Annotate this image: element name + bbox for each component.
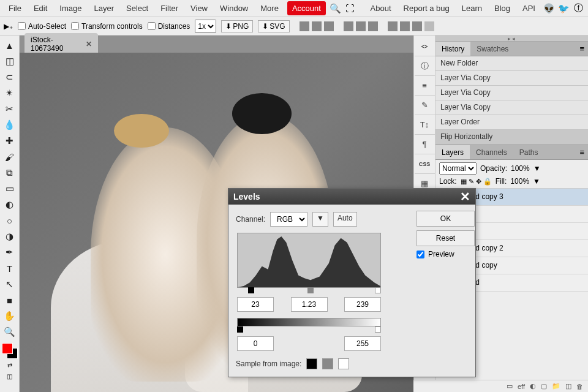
twitter-icon[interactable]: 🐦 [556, 3, 571, 14]
eyedrop-tool[interactable]: 💧 [2, 118, 18, 132]
sample-black-icon[interactable] [306, 358, 317, 369]
menu-file[interactable]: File [2, 1, 28, 15]
channel-dropdown-icon[interactable]: ▼ [312, 212, 328, 227]
brush-panel-icon[interactable]: ✎ [415, 96, 435, 115]
export-png-button[interactable]: ⬇PNG [221, 20, 253, 32]
foreground-color[interactable] [2, 343, 13, 354]
tab-channels[interactable]: Channels [470, 145, 513, 159]
distribute-v-icon[interactable] [400, 21, 410, 31]
status-eff[interactable]: eff [518, 383, 525, 390]
dialog-titlebar[interactable]: Levels ✕ [228, 189, 475, 205]
stamp-tool[interactable]: ⧉ [2, 165, 18, 180]
input-gamma-value[interactable] [291, 297, 328, 312]
dialog-close-icon[interactable]: ✕ [460, 189, 470, 204]
fill-dropdown-icon[interactable]: ▼ [533, 177, 540, 186]
shape-tool[interactable]: ■ [2, 293, 18, 307]
color-swatch[interactable] [2, 343, 18, 359]
sample-gray-icon[interactable] [322, 358, 333, 369]
output-slider[interactable] [237, 326, 381, 334]
input-gamma-handle[interactable] [307, 287, 314, 293]
align-center-v-icon[interactable] [356, 21, 366, 31]
output-black-handle[interactable] [237, 326, 243, 333]
tab-layers[interactable]: Layers [435, 145, 470, 159]
lock-position-icon[interactable]: ✥ [476, 178, 481, 186]
text-tool[interactable]: T [2, 261, 18, 276]
lasso-tool[interactable]: ⊂ [2, 70, 18, 85]
sample-white-icon[interactable] [338, 358, 349, 369]
strip-handle-icon[interactable]: <> [415, 37, 435, 56]
css-panel-icon[interactable]: CSS [415, 154, 435, 174]
status-trash-icon[interactable]: 🗑 [576, 383, 583, 390]
lock-pixels-icon[interactable]: ✎ [469, 178, 474, 186]
distribute-4-icon[interactable] [424, 21, 434, 31]
history-item[interactable]: Layer Via Copy [435, 100, 588, 115]
channel-select[interactable]: RGB [270, 212, 307, 227]
menu-about[interactable]: About [364, 1, 398, 15]
brush-tool[interactable]: 🖌 [2, 149, 18, 164]
document-tab[interactable]: iStock-10673490 ✕ [24, 33, 98, 55]
menu-view[interactable]: View [184, 1, 214, 15]
menu-image[interactable]: Image [53, 1, 88, 15]
history-item[interactable]: Flip Horizontally [435, 130, 588, 145]
fullscreen-icon[interactable]: ⛶ [343, 3, 358, 13]
menu-learn[interactable]: Learn [456, 1, 488, 15]
tab-paths[interactable]: Paths [513, 145, 545, 159]
tab-history[interactable]: History [435, 42, 470, 56]
auto-button[interactable]: Auto [333, 212, 357, 227]
scale-select[interactable]: 1x [195, 20, 216, 33]
preview-checkbox[interactable]: Preview [417, 250, 478, 258]
gradient-tool[interactable]: ◐ [2, 197, 18, 212]
output-white-value[interactable] [344, 336, 381, 351]
distribute-spacing-icon[interactable] [412, 21, 422, 31]
move-tool[interactable]: ▲ [2, 38, 18, 53]
opacity-dropdown-icon[interactable]: ▼ [533, 164, 541, 173]
input-slider[interactable] [237, 287, 381, 295]
info-panel-icon[interactable]: ⓘ [415, 56, 435, 76]
input-white-handle[interactable] [375, 287, 381, 293]
crop-tool[interactable]: ✂ [2, 102, 18, 116]
fill-value[interactable]: 100% [510, 177, 529, 186]
heal-tool[interactable]: ✚ [2, 134, 18, 148]
wand-tool[interactable]: ✴ [2, 86, 18, 100]
distribute-h-icon[interactable] [388, 21, 398, 31]
input-white-value[interactable] [344, 297, 381, 312]
opacity-value[interactable]: 100% [511, 164, 530, 173]
character-panel-icon[interactable]: T↕ [415, 115, 435, 135]
blend-mode-select[interactable]: Normal [439, 162, 477, 175]
quickmask-icon[interactable]: ◫ [2, 371, 18, 381]
align-top-icon[interactable] [344, 21, 353, 31]
dodge-tool[interactable]: ◑ [2, 229, 18, 244]
paragraph-panel-icon[interactable]: ¶ [415, 135, 435, 154]
history-item[interactable]: New Folder [435, 56, 588, 71]
menu-layer[interactable]: Layer [88, 1, 121, 15]
reddit-icon[interactable]: 👽 [541, 3, 556, 14]
pen-tool[interactable]: ✒ [2, 245, 18, 260]
status-new-icon[interactable]: ◫ [565, 382, 571, 390]
menu-report-bug[interactable]: Report a bug [398, 1, 456, 15]
transform-controls-option[interactable]: Transform controls [71, 22, 143, 31]
close-tab-icon[interactable]: ✕ [86, 40, 92, 48]
status-mask-icon[interactable]: ▢ [541, 382, 547, 390]
input-black-value[interactable] [237, 297, 274, 312]
swap-colors-icon[interactable]: ⇄ [2, 360, 18, 370]
path-tool[interactable]: ↖ [2, 277, 18, 292]
facebook-icon[interactable]: ⓕ [571, 2, 586, 14]
reset-button[interactable]: Reset [417, 230, 475, 246]
align-center-h-icon[interactable] [312, 21, 322, 31]
lock-transparent-icon[interactable]: ▦ [461, 178, 467, 186]
align-right-icon[interactable] [324, 21, 334, 31]
eraser-tool[interactable]: ▭ [2, 181, 18, 196]
search-icon[interactable]: 🔍 [328, 3, 343, 14]
hand-tool[interactable]: ✋ [2, 309, 18, 323]
account-button[interactable]: Account [287, 1, 326, 15]
menu-edit[interactable]: Edit [28, 1, 53, 15]
history-panel-menu-icon[interactable]: ≡ [576, 42, 588, 56]
zoom-tool[interactable]: 🔍 [2, 325, 18, 339]
align-bottom-icon[interactable] [368, 21, 378, 31]
layers-panel-menu-icon[interactable]: ≡ [576, 145, 588, 159]
history-item[interactable]: Layer Via Copy [435, 71, 588, 86]
status-contrast-icon[interactable]: ◐ [530, 382, 536, 390]
auto-select-option[interactable]: Auto-Select [18, 22, 66, 31]
status-folder-icon[interactable]: 📁 [552, 382, 560, 390]
marquee-tool[interactable]: ◫ [2, 54, 18, 69]
